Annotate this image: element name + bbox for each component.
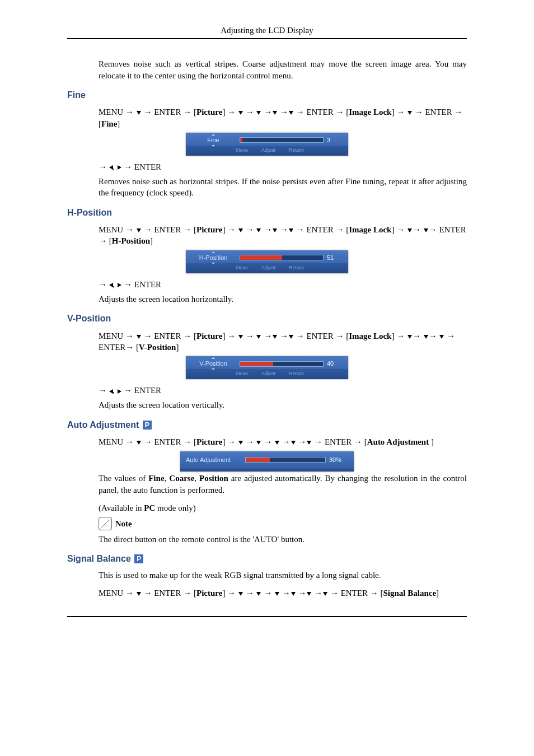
- osd-bar-fill: [246, 458, 270, 462]
- p-badge-icon: P: [134, 554, 143, 563]
- nav-sigbal: MENU → → ENTER → [Picture] → → → → → → →…: [67, 587, 467, 599]
- osd-label: Fine: [207, 137, 219, 143]
- intro-sigbal: This is used to make up for the weak RGB…: [67, 570, 467, 581]
- nav-vpos: MENU → → ENTER → [Picture] → → → → → ENT…: [67, 330, 467, 353]
- desc-hpos: Adjusts the screen location horizontally…: [67, 293, 467, 305]
- note-icon: [99, 517, 112, 530]
- header-rule: [67, 38, 467, 39]
- p-badge-icon: P: [143, 421, 152, 430]
- nav-fine: MENU → → ENTER → [Picture] → → → → → ENT…: [67, 106, 467, 129]
- nav-vpos-after: → , → ENTER: [67, 385, 467, 396]
- footer-rule: [67, 616, 467, 617]
- osd-hpos: H-Position 51 Move Adjust Return: [186, 250, 348, 273]
- osd-auto: Auto Adjustment 30%: [180, 451, 354, 472]
- heading-sigbal: Signal Balance P: [67, 553, 467, 565]
- nav-hpos: MENU → → ENTER → [Picture] → → → → → ENT…: [67, 224, 467, 247]
- osd-bar-fill: [240, 138, 242, 142]
- osd-label: H-Position: [199, 254, 228, 261]
- osd-vpos: V-Position 40 Move Adjust Return: [186, 356, 348, 379]
- osd-value: 30%: [329, 456, 348, 464]
- osd-bar-fill: [240, 362, 273, 366]
- page-header: Adjusting the LCD Display: [67, 25, 467, 38]
- note-label: Note: [115, 519, 132, 528]
- avail-auto: (Available in PC mode only): [67, 502, 467, 514]
- nav-auto: MENU → → ENTER → [Picture] → → → → → → E…: [67, 436, 467, 447]
- osd-value: 51: [327, 254, 344, 262]
- nav-hpos-after: → , → ENTER: [67, 279, 467, 290]
- osd-label: Auto Adjustment: [186, 456, 242, 464]
- note-row: Note: [67, 517, 467, 530]
- osd-fine: Fine 3 Move Adjust Return: [186, 133, 348, 156]
- desc-vpos: Adjusts the screen location vertically.: [67, 399, 467, 410]
- osd-value: 3: [327, 136, 344, 144]
- heading-vpos: V-Position: [67, 312, 467, 325]
- intro-paragraph: Removes noise such as vertical stripes. …: [67, 58, 467, 81]
- nav-fine-after: → , → ENTER: [67, 161, 467, 172]
- desc-fine: Removes noise such as horizontal stripes…: [67, 176, 467, 199]
- heading-fine: Fine: [67, 89, 467, 101]
- heading-auto: Auto Adjustment P: [67, 419, 467, 431]
- note-body: The direct button on the remote control …: [67, 534, 467, 545]
- osd-bar-fill: [240, 255, 282, 260]
- osd-value: 40: [327, 360, 344, 368]
- desc-auto: The values of Fine, Coarse, Position are…: [67, 473, 467, 496]
- osd-label: V-Position: [199, 360, 227, 367]
- heading-hpos: H-Position: [67, 207, 467, 219]
